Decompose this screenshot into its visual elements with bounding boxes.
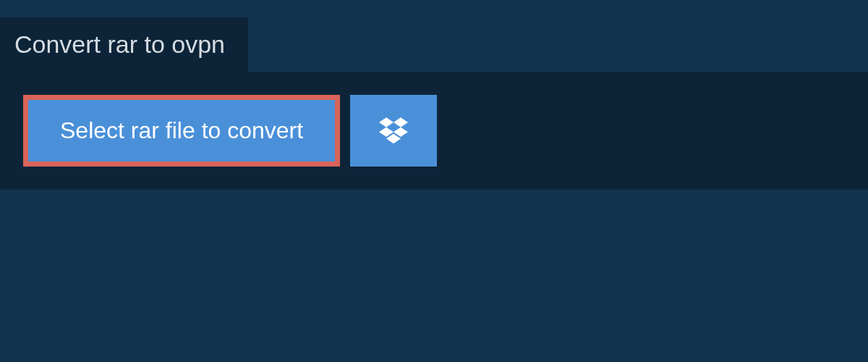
select-file-button[interactable]: Select rar file to convert [23, 95, 340, 167]
tab-title: Convert rar to ovpn [0, 17, 248, 72]
select-file-label: Select rar file to convert [60, 117, 303, 144]
action-row: Select rar file to convert [0, 72, 868, 190]
dropbox-button[interactable] [350, 95, 437, 167]
dropbox-icon [379, 115, 408, 146]
tab-title-text: Convert rar to ovpn [14, 30, 225, 58]
